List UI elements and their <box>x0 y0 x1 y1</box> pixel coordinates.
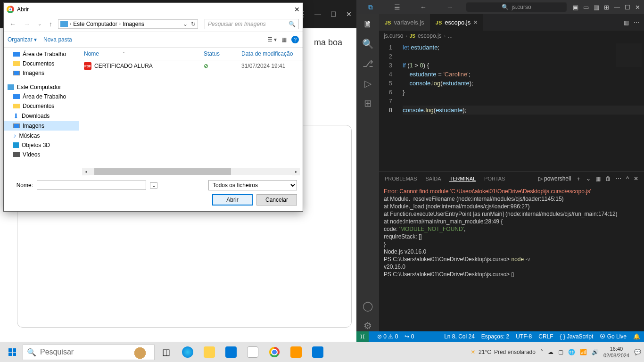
meet-now-icon[interactable]: ▢ <box>558 349 563 355</box>
tray-chevron-icon[interactable]: ˄ <box>540 349 543 355</box>
preview-pane-icon[interactable]: ▦ <box>281 36 287 43</box>
tab-ports[interactable]: PORTAS <box>484 176 505 181</box>
open-button[interactable]: Abrir <box>212 194 253 206</box>
taskbar-sublime[interactable] <box>286 345 306 360</box>
taskbar-edge[interactable] <box>177 345 198 360</box>
taskbar-chrome[interactable] <box>264 345 285 360</box>
explorer-icon[interactable]: 🗎 <box>363 19 372 30</box>
more-icon[interactable]: ⋯ <box>616 175 621 182</box>
taskbar-store[interactable] <box>221 345 241 360</box>
tab-escopo[interactable]: JS escopo.js ✕ <box>430 14 483 31</box>
settings-gear-icon[interactable]: ⚙ <box>363 320 372 331</box>
nav-recent-icon[interactable]: ⌄ <box>36 21 43 26</box>
address-bar[interactable]: › Este Computador › Imagens ⌄ ↻ <box>58 19 198 29</box>
sidebar-item-desktop[interactable]: Área de Trabalho <box>4 49 79 59</box>
notifications-icon[interactable]: 💬 <box>634 349 641 355</box>
nav-back-icon[interactable]: ← <box>413 0 434 15</box>
close-icon[interactable]: ✕ <box>346 10 352 18</box>
filename-input[interactable] <box>37 181 146 190</box>
terminal-profile[interactable]: ▷ powershell <box>538 175 571 182</box>
onedrive-icon[interactable]: ☁ <box>548 349 553 355</box>
remote-indicator[interactable]: ⟩⟨ <box>356 331 369 342</box>
status-spaces[interactable]: Espaços: 2 <box>481 333 509 340</box>
extensions-icon[interactable]: ⊞ <box>364 98 372 109</box>
cancel-button[interactable]: Cancelar <box>256 194 297 206</box>
nav-forward-icon[interactable]: → <box>22 20 32 28</box>
wifi-icon[interactable]: 📶 <box>580 349 587 355</box>
view-options-icon[interactable]: ☰ ▾ <box>267 36 277 43</box>
sidebar-item-desktop[interactable]: Área de Trabalho <box>4 92 79 101</box>
sidebar-item-images[interactable]: Imagens <box>4 121 79 131</box>
network-icon[interactable]: 🌐 <box>568 349 575 355</box>
minimize-icon[interactable]: — <box>614 4 620 11</box>
weather-widget[interactable]: ☀ 21°C Pred ensolarado <box>471 349 536 355</box>
tab-problems[interactable]: PROBLEMAS <box>385 176 417 181</box>
file-type-filter[interactable]: Todos os ficheiros <box>208 180 297 190</box>
layout-bottom-icon[interactable]: ▭ <box>583 4 589 11</box>
split-terminal-icon[interactable]: ▥ <box>595 175 601 182</box>
sidebar-item-this-pc[interactable]: Este Computador <box>4 82 79 92</box>
trash-icon[interactable]: 🗑 <box>605 175 611 182</box>
dialog-search[interactable]: Pesquisar em Imagens 🔍 <box>205 19 299 29</box>
source-control-icon[interactable]: ⎇ <box>363 58 373 69</box>
tab-variaveis[interactable]: JS variaveis.js <box>379 14 430 31</box>
status-bell-icon[interactable]: 🔔 <box>633 333 640 340</box>
breadcrumb[interactable]: js.curso› JS escopo.js› ... <box>379 31 644 41</box>
organize-menu[interactable]: Organizar ▾ <box>8 36 37 43</box>
maximize-panel-icon[interactable]: ^ <box>626 175 629 182</box>
layout-grid-icon[interactable]: ⊞ <box>604 4 609 11</box>
tab-terminal[interactable]: TERMINAL <box>449 176 476 182</box>
volume-icon[interactable]: 🔊 <box>592 349 599 355</box>
layout-right-icon[interactable]: ▥ <box>594 4 599 11</box>
command-search[interactable]: 🔍 js.curso <box>466 2 567 12</box>
search-icon[interactable]: 🔍 <box>362 38 374 49</box>
nav-up-icon[interactable]: ↑ <box>47 20 54 28</box>
taskbar-explorer[interactable] <box>199 345 220 360</box>
horizontal-scrollbar[interactable]: ◂▸ <box>82 168 300 175</box>
minimap[interactable] <box>616 43 642 67</box>
code-editor[interactable]: 1 2 3 4 5 6 7 8 let estudante; if (1 > 0… <box>379 41 644 171</box>
start-button[interactable] <box>3 348 22 356</box>
nav-back-icon[interactable]: ← <box>8 20 18 28</box>
taskbar-vscode[interactable] <box>307 345 328 360</box>
new-folder-button[interactable]: Nova pasta <box>43 36 72 43</box>
more-actions-icon[interactable]: ⋯ <box>634 19 639 26</box>
tab-output[interactable]: SAÍDA <box>425 176 441 181</box>
sidebar-item-documents[interactable]: Documentos <box>4 101 79 111</box>
sidebar-item-documents[interactable]: Documentos <box>4 59 79 68</box>
maximize-icon[interactable]: ☐ <box>330 10 337 18</box>
close-panel-icon[interactable]: ✕ <box>634 175 638 182</box>
taskbar-notepad[interactable] <box>242 345 263 360</box>
terminal[interactable]: Error: Cannot find module 'C:\Users\alok… <box>379 186 644 331</box>
status-encoding[interactable]: UTF-8 <box>516 333 532 340</box>
file-row[interactable]: PDFCERTIFICADO ALURA ⊘ 31/07/2024 19:41 <box>79 60 303 72</box>
status-ports[interactable]: ↪ 0 <box>405 333 414 340</box>
help-icon[interactable]: ? <box>291 36 299 43</box>
new-terminal-icon[interactable]: ＋ <box>576 175 581 183</box>
sidebar-item-music[interactable]: ♪Músicas <box>4 131 79 140</box>
status-cursor-pos[interactable]: Ln 8, Col 24 <box>444 333 475 340</box>
taskbar-clock[interactable]: 16:40 02/08/2024 <box>603 346 629 359</box>
close-tab-icon[interactable]: ✕ <box>473 19 478 25</box>
status-errors[interactable]: ⊘ 0 ⚠ 0 <box>377 333 398 340</box>
status-language[interactable]: { } JavaScript <box>560 333 594 340</box>
menu-icon[interactable]: ☰ <box>387 0 407 15</box>
task-view-icon[interactable]: ◫ <box>156 345 176 360</box>
maximize-icon[interactable]: ☐ <box>625 4 630 11</box>
close-icon[interactable]: ✕ <box>635 4 640 11</box>
nav-forward-icon[interactable]: → <box>439 0 460 15</box>
minimize-icon[interactable]: — <box>314 10 321 18</box>
debug-icon[interactable]: ▷ <box>364 78 372 89</box>
status-eol[interactable]: CRLF <box>538 333 553 340</box>
dialog-close-icon[interactable]: ✕ <box>294 6 300 13</box>
sidebar-item-videos[interactable]: Vídeos <box>4 150 79 159</box>
layout-left-icon[interactable]: ▣ <box>573 4 578 11</box>
sidebar-item-downloads[interactable]: ⬇Downloads <box>4 111 79 121</box>
status-golive[interactable]: ⦿ Go Live <box>600 333 627 340</box>
sidebar-item-3d[interactable]: Objetos 3D <box>4 140 79 150</box>
account-icon[interactable]: ◯ <box>363 300 373 312</box>
sidebar-item-images[interactable]: Imagens <box>4 68 79 78</box>
split-dropdown-icon[interactable]: ⌄ <box>586 175 591 182</box>
split-editor-icon[interactable]: ▥ <box>624 19 629 26</box>
column-headers[interactable]: Nome˄ Status Data de modificação <box>79 48 303 60</box>
